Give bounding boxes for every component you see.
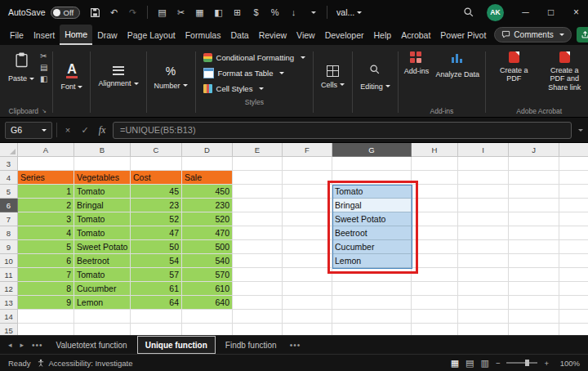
menu-tab-power-pivot[interactable]: Power Pivot bbox=[435, 25, 491, 45]
cell-D12[interactable]: 610 bbox=[182, 282, 233, 296]
menu-tab-home[interactable]: Home bbox=[60, 25, 92, 45]
row-header-3[interactable]: 3 bbox=[0, 157, 18, 171]
cell-E14[interactable] bbox=[233, 310, 283, 324]
scissors-icon[interactable]: ✂ bbox=[172, 3, 189, 21]
formula-bar-expand-icon[interactable] bbox=[578, 129, 583, 132]
row-header-15[interactable]: 15 bbox=[0, 324, 18, 335]
cell-F11[interactable] bbox=[283, 268, 332, 282]
cell-E12[interactable] bbox=[233, 282, 283, 296]
cell-B13[interactable]: Lemon bbox=[74, 296, 131, 310]
row-header-7[interactable]: 7 bbox=[0, 212, 18, 226]
cell-E13[interactable] bbox=[233, 296, 283, 310]
cell-A3[interactable] bbox=[18, 157, 74, 171]
cell-H10[interactable] bbox=[412, 254, 458, 268]
cell-I12[interactable] bbox=[458, 282, 509, 296]
search-icon[interactable] bbox=[460, 3, 477, 21]
row-header-5[interactable]: 5 bbox=[0, 185, 18, 199]
cell-G11[interactable] bbox=[332, 268, 412, 282]
zoom-out-icon[interactable]: − bbox=[496, 359, 501, 368]
col-header-I[interactable]: I bbox=[458, 143, 509, 157]
enter-icon[interactable]: ✓ bbox=[78, 125, 91, 136]
format-painter-icon[interactable]: ◧ bbox=[40, 75, 47, 83]
cell-G14[interactable] bbox=[332, 310, 412, 324]
create-pdf-button[interactable]: Create a PDF bbox=[488, 47, 539, 105]
cell-G9[interactable]: Cucumber bbox=[332, 240, 412, 254]
number-group-button[interactable]: % Number bbox=[149, 47, 193, 117]
sheet-more-left[interactable]: ••• bbox=[29, 336, 47, 354]
accessibility-status[interactable]: Accessibility: Investigate bbox=[37, 359, 132, 368]
cell-A4[interactable]: Series bbox=[18, 171, 74, 185]
cell-A12[interactable]: 8 bbox=[18, 282, 74, 296]
normal-view-icon[interactable]: ▦ bbox=[451, 358, 459, 369]
cell-D10[interactable]: 540 bbox=[182, 254, 233, 268]
sheet-nav-right-icon[interactable]: ▸ bbox=[17, 336, 28, 354]
cell-D13[interactable]: 640 bbox=[182, 296, 233, 310]
cell-H8[interactable] bbox=[412, 226, 458, 240]
page-break-view-icon[interactable]: ▥ bbox=[480, 358, 488, 369]
col-header-E[interactable]: E bbox=[233, 143, 283, 157]
cell-I9[interactable] bbox=[458, 240, 509, 254]
cell-C11[interactable]: 57 bbox=[131, 268, 182, 282]
cell-A6[interactable]: 2 bbox=[18, 199, 74, 212]
cell-I6[interactable] bbox=[458, 199, 509, 212]
cell-C6[interactable]: 23 bbox=[131, 199, 182, 212]
cell-I8[interactable] bbox=[458, 226, 509, 240]
cell-H5[interactable] bbox=[412, 185, 458, 199]
menu-tab-view[interactable]: View bbox=[292, 25, 320, 45]
redo-icon[interactable]: ↷ bbox=[124, 3, 141, 21]
col-header-G[interactable]: G bbox=[332, 143, 412, 157]
cell-D3[interactable] bbox=[182, 157, 233, 171]
cell-A5[interactable]: 1 bbox=[18, 185, 74, 199]
select-all-corner[interactable] bbox=[0, 143, 18, 157]
cell-J6[interactable] bbox=[509, 199, 559, 212]
cell-J4[interactable] bbox=[509, 171, 559, 185]
cell-partial11[interactable] bbox=[559, 268, 588, 282]
row-header-13[interactable]: 13 bbox=[0, 296, 18, 310]
cell-E11[interactable] bbox=[233, 268, 283, 282]
cell-H15[interactable] bbox=[412, 324, 458, 335]
addins-button[interactable]: Add-ins bbox=[401, 47, 433, 105]
cell-D11[interactable]: 570 bbox=[182, 268, 233, 282]
cell-I15[interactable] bbox=[458, 324, 509, 335]
cell-C13[interactable]: 64 bbox=[131, 296, 182, 310]
cell-I4[interactable] bbox=[458, 171, 509, 185]
cell-I7[interactable] bbox=[458, 212, 509, 226]
cell-F5[interactable] bbox=[283, 185, 332, 199]
cell-B5[interactable]: Tomato bbox=[74, 185, 131, 199]
cell-J9[interactable] bbox=[509, 240, 559, 254]
cell-B10[interactable]: Beetroot bbox=[74, 254, 131, 268]
cell-D6[interactable]: 230 bbox=[182, 199, 233, 212]
formula-input[interactable]: =UNIQUE(B5:B13) bbox=[113, 122, 572, 139]
clipboard-dialog-launcher-icon[interactable]: ↘ bbox=[42, 108, 47, 114]
share-button[interactable] bbox=[577, 27, 588, 42]
cell-D4[interactable]: Sale bbox=[182, 171, 233, 185]
cell-E8[interactable] bbox=[233, 226, 283, 240]
editing-group-button[interactable]: Editing bbox=[355, 47, 395, 117]
avatar[interactable]: AK bbox=[487, 4, 504, 21]
col-header-J[interactable]: J bbox=[509, 143, 559, 157]
cell-H4[interactable] bbox=[412, 171, 458, 185]
cell-B11[interactable]: Tomato bbox=[74, 268, 131, 282]
cell-B3[interactable] bbox=[74, 157, 131, 171]
zoom-level[interactable]: 100% bbox=[555, 359, 580, 368]
cell-A13[interactable]: 9 bbox=[18, 296, 74, 310]
cell-D8[interactable]: 470 bbox=[182, 226, 233, 240]
menu-tab-help[interactable]: Help bbox=[369, 25, 397, 45]
cell-E6[interactable] bbox=[233, 199, 283, 212]
col-header-partial[interactable] bbox=[559, 143, 588, 157]
conditional-formatting-button[interactable]: Conditional Formatting bbox=[200, 50, 310, 65]
cell-J12[interactable] bbox=[509, 282, 559, 296]
sheet-nav-left-icon[interactable]: ◂ bbox=[5, 336, 16, 354]
cell-G4[interactable] bbox=[332, 171, 412, 185]
cell-C7[interactable]: 52 bbox=[131, 212, 182, 226]
cell-I3[interactable] bbox=[458, 157, 509, 171]
cell-J15[interactable] bbox=[509, 324, 559, 335]
cell-F7[interactable] bbox=[283, 212, 332, 226]
col-header-B[interactable]: B bbox=[74, 143, 131, 157]
cell-I10[interactable] bbox=[458, 254, 509, 268]
cell-C10[interactable]: 54 bbox=[131, 254, 182, 268]
cell-H14[interactable] bbox=[412, 310, 458, 324]
col-header-A[interactable]: A bbox=[18, 143, 74, 157]
cell-C4[interactable]: Cost bbox=[131, 171, 182, 185]
cell-partial14[interactable] bbox=[559, 310, 588, 324]
